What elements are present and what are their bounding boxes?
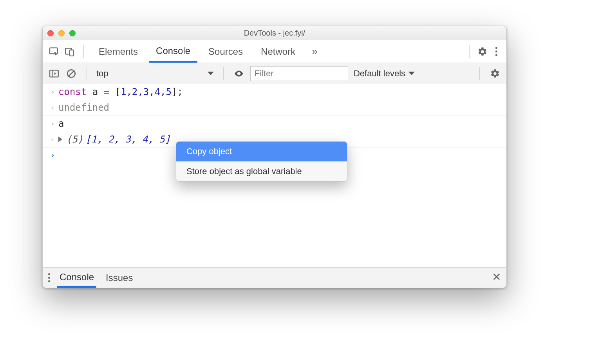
drawer-tab-issues[interactable]: Issues (103, 268, 135, 288)
context-menu-store-global[interactable]: Store object as global variable (176, 162, 347, 181)
divider (83, 45, 84, 58)
drawer-close-button[interactable] (492, 272, 501, 283)
devtools-window: DevTools - jec.fyi/ Elements Console Sou… (42, 26, 507, 288)
output-chevron-icon: ‹ (47, 102, 58, 113)
console-input-row: › const a = [1,2,3,4,5]; (43, 84, 506, 100)
settings-icon[interactable] (477, 46, 488, 58)
filter-input[interactable] (250, 66, 348, 81)
array-output[interactable]: (5) [1, 2, 3, 4, 5] (58, 134, 170, 145)
prompt-chevron-icon: › (47, 150, 58, 161)
more-tabs-button[interactable]: » (306, 45, 323, 58)
sidebar-toggle-icon[interactable] (48, 68, 60, 79)
divider (87, 67, 87, 80)
divider (223, 67, 224, 80)
maximize-window-button[interactable] (69, 30, 76, 36)
context-selector[interactable]: top (96, 68, 214, 79)
console-output-row: ‹ undefined (43, 100, 506, 115)
console-settings-icon[interactable] (489, 68, 501, 79)
console-output-text: undefined (58, 102, 109, 113)
window-title: DevTools - jec.fyi/ (43, 29, 506, 38)
drawer-tabs: Console Issues (43, 267, 506, 288)
console-input-text: a (58, 118, 64, 129)
log-levels-selector[interactable]: Default levels (354, 68, 415, 79)
svg-rect-0 (50, 48, 58, 54)
device-toggle-icon[interactable] (64, 46, 76, 58)
log-levels-label: Default levels (354, 68, 405, 79)
caret-down-icon (208, 72, 214, 75)
clear-console-icon[interactable] (65, 68, 77, 79)
input-chevron-icon: › (47, 86, 58, 97)
main-tabs: Elements Console Sources Network » (43, 40, 506, 63)
minimize-window-button[interactable] (58, 30, 65, 36)
divider (469, 45, 470, 58)
more-menu-button[interactable] (491, 47, 501, 56)
tab-elements[interactable]: Elements (92, 40, 145, 63)
input-chevron-icon: › (47, 118, 58, 129)
console-input-row: › a (43, 115, 506, 132)
svg-rect-3 (50, 70, 58, 77)
svg-rect-2 (70, 50, 74, 56)
tab-console[interactable]: Console (149, 40, 197, 63)
context-menu-copy-object[interactable]: Copy object (176, 142, 347, 161)
tab-network[interactable]: Network (254, 40, 302, 63)
divider (479, 67, 480, 80)
window-controls (47, 30, 76, 36)
drawer-tab-console[interactable]: Console (57, 268, 96, 288)
drawer-menu-button[interactable] (48, 273, 50, 282)
array-length: (5) (66, 134, 83, 145)
context-menu: Copy object Store object as global varia… (176, 141, 347, 182)
context-label: top (96, 68, 204, 79)
console-input-text: const a = [1,2,3,4,5]; (58, 86, 183, 97)
inspect-element-icon[interactable] (48, 46, 60, 58)
titlebar: DevTools - jec.fyi/ (43, 26, 506, 40)
console-body[interactable]: › const a = [1,2,3,4,5]; ‹ undefined › a… (43, 84, 506, 267)
caret-down-icon (408, 72, 415, 75)
console-toolbar: top Default levels (43, 63, 506, 84)
close-window-button[interactable] (47, 30, 54, 36)
output-chevron-icon: ‹ (47, 134, 58, 145)
tab-sources[interactable]: Sources (201, 40, 250, 63)
expand-triangle-icon[interactable] (58, 137, 62, 142)
live-expression-icon[interactable] (233, 68, 245, 79)
